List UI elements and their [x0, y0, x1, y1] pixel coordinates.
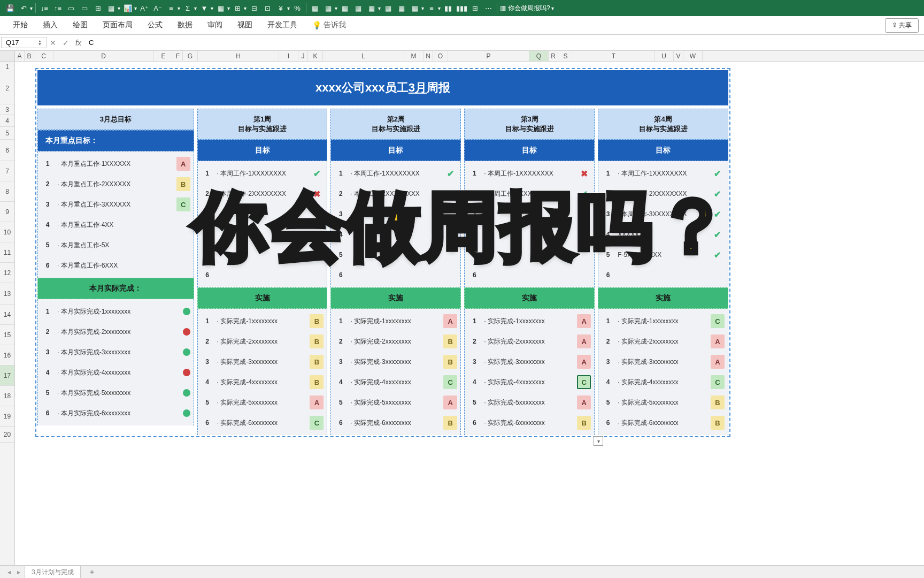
menu-页面布局[interactable]: 页面布局 [95, 17, 140, 33]
border-icon[interactable]: ⊞ [232, 2, 243, 14]
data-row[interactable]: 1· 本月实际完成-1xxxxxxxx [38, 301, 194, 322]
select-all-corner[interactable] [0, 51, 15, 61]
row-header-10[interactable]: 10 [0, 222, 14, 242]
spreadsheet-grid[interactable]: xxxx公司xxx员工3月周报 3月总目标本月重点目标：1· 本月重点工作-1X… [15, 62, 924, 572]
row-header-6[interactable]: 6 [0, 140, 14, 161]
currency-icon[interactable]: ¥ [275, 2, 287, 14]
data-row[interactable]: 4· 本月重点工作-4XX [38, 215, 194, 235]
data-row[interactable]: 2· 实际完成-2xxxxxxxxB [198, 331, 327, 352]
data-row[interactable]: 6· 本月实际完成-6xxxxxxxx [38, 403, 194, 423]
format-cells-icon[interactable]: ▦ [366, 2, 378, 14]
format-icon[interactable]: ▦ [215, 2, 227, 14]
row-header-16[interactable]: 16 [0, 345, 14, 366]
tell-me[interactable]: 💡 告诉我 [305, 17, 353, 33]
sort-desc-icon[interactable]: ↑≡ [52, 2, 64, 14]
pivot-icon[interactable]: ▦ [309, 2, 321, 14]
row-header-18[interactable]: 18 [0, 386, 14, 406]
insert-left-icon[interactable]: ▭ [65, 2, 77, 14]
undo-icon[interactable]: ↶ [18, 2, 29, 14]
data-row[interactable]: 1· 本周工作-1XXXXXXXX✖ [465, 163, 594, 184]
col-header-P[interactable]: P [448, 51, 529, 61]
data-row[interactable]: 2· 本周工作-2XXXXXXXX✔ [598, 184, 728, 204]
row-header-5[interactable]: 5 [0, 127, 14, 140]
col-header-I[interactable]: I [279, 51, 298, 61]
col-header-L[interactable]: L [323, 51, 404, 61]
col-header-E[interactable]: E [154, 51, 173, 61]
col-header-Q[interactable]: Q [529, 51, 549, 61]
conditional-icon[interactable]: ▦ [322, 2, 334, 14]
data-row[interactable]: 6 [331, 265, 460, 285]
data-row[interactable]: 4· 实际完成-4xxxxxxxxC [465, 372, 594, 392]
add-sheet-icon[interactable]: ＋ [83, 566, 101, 579]
data-row[interactable]: 1· 本周工作-1XXXXXXXX✔ [198, 163, 327, 184]
data-row[interactable]: 6 [598, 265, 728, 285]
data-row[interactable]: 3· 实际完成-3xxxxxxxxB [198, 352, 327, 372]
data-row[interactable]: 4 [198, 224, 327, 245]
data-row[interactable]: 6 [465, 265, 594, 285]
col-header-W[interactable]: W [683, 51, 703, 61]
data-row[interactable]: 5· 本月重点工作-5X [38, 235, 194, 255]
col-header-G[interactable]: G [183, 51, 198, 61]
data-row[interactable]: 6· 本月重点工作-6XXX [38, 255, 194, 276]
menu-审阅[interactable]: 审阅 [200, 17, 230, 33]
col-header-K[interactable]: K [308, 51, 323, 61]
data-row[interactable]: 4· 实际完成-4xxxxxxxxB [198, 372, 327, 392]
data-row[interactable]: 3· 实际完成-3xxxxxxxxA [465, 352, 594, 372]
data-row[interactable]: 2· 本周工作-2XXXXXXXX✖ [331, 184, 460, 204]
insert-icon[interactable]: ▦ [339, 2, 351, 14]
data-row[interactable]: 5· 实际完成-5xxxxxxxxB [598, 392, 728, 413]
row-header-20[interactable]: 20 [0, 427, 14, 443]
data-row[interactable]: 5· 实际完成-5xxxxxxxxA [331, 392, 460, 413]
percent-icon[interactable]: % [291, 2, 303, 14]
data-row[interactable]: 1· 本周工作-1XXXXXXXX✔ [331, 163, 460, 184]
file-name[interactable]: ▥ 你会做周报吗? ▾ [500, 4, 554, 13]
align-icon[interactable]: ≡ [165, 2, 177, 14]
tab-nav-first-icon[interactable]: ◂ [5, 568, 13, 576]
data-row[interactable]: 3· 本月重点工作-3XXXXXXC [38, 194, 194, 215]
chart-icon[interactable]: 📊 [122, 2, 134, 14]
menu-绘图[interactable]: 绘图 [65, 17, 95, 33]
row-header-8[interactable]: 8 [0, 181, 14, 202]
data-row[interactable]: 4 [331, 224, 460, 245]
row-header-7[interactable]: 7 [0, 161, 14, 181]
menu-公式[interactable]: 公式 [140, 17, 170, 33]
data-row[interactable]: 2· 本月实际完成-2xxxxxxxx [38, 322, 194, 342]
filter-icon[interactable]: ▼ [198, 2, 210, 14]
col-header-O[interactable]: O [433, 51, 448, 61]
row-header-12[interactable]: 12 [0, 263, 14, 283]
data-row[interactable]: 1· 实际完成-1xxxxxxxxA [465, 311, 594, 331]
row-header-3[interactable]: 3 [0, 104, 14, 115]
data-row[interactable]: 6 [198, 265, 327, 285]
data-row[interactable]: 4 [465, 224, 594, 245]
wrap-icon[interactable]: ⊡ [261, 2, 273, 14]
more-icon[interactable]: ⋯ [482, 2, 494, 14]
col-header-B[interactable]: B [25, 51, 34, 61]
data-row[interactable]: 3 [198, 204, 327, 224]
data-row[interactable]: 2· 实际完成-2xxxxxxxxA [465, 331, 594, 352]
menu-开发工具[interactable]: 开发工具 [260, 17, 305, 33]
grid-icon[interactable]: ⊞ [469, 2, 481, 14]
row-header-4[interactable]: 4 [0, 115, 14, 127]
col-header-A[interactable]: A [15, 51, 25, 61]
data-row[interactable]: 3· 实际完成-3xxxxxxxxA [598, 352, 728, 372]
row-header-15[interactable]: 15 [0, 325, 14, 345]
data-row[interactable]: 6· 实际完成-6xxxxxxxxC [198, 413, 327, 433]
insert-right-icon[interactable]: ▭ [79, 2, 90, 14]
row-header-11[interactable]: 11 [0, 242, 14, 263]
fill-icon[interactable]: ▦ [105, 2, 117, 14]
data-row[interactable]: 3· 实际完成-3xxxxxxxxB [331, 352, 460, 372]
data-row[interactable]: 3· 本月实际完成-3xxxxxxxx [38, 342, 194, 362]
col-header-U[interactable]: U [654, 51, 674, 61]
data-row[interactable]: 5 [331, 245, 460, 265]
save-icon[interactable]: 💾 [4, 2, 16, 14]
ungroup-icon[interactable]: ▦ [396, 2, 407, 14]
row-header-9[interactable]: 9 [0, 202, 14, 222]
row-header-14[interactable]: 14 [0, 305, 14, 325]
row-header-13[interactable]: 13 [0, 283, 14, 305]
sum-icon[interactable]: Σ [182, 2, 194, 14]
menu-开始[interactable]: 开始 [5, 17, 35, 33]
group-icon[interactable]: ▦ [382, 2, 394, 14]
font-increase-icon[interactable]: A⁺ [138, 2, 150, 14]
sort-asc-icon[interactable]: ↓≡ [38, 2, 50, 14]
font-decrease-icon[interactable]: A⁻ [152, 2, 164, 14]
